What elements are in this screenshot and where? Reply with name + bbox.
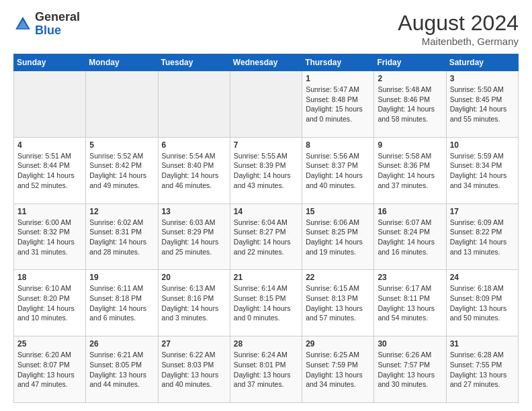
calendar-cell: 27Sunrise: 6:22 AM Sunset: 8:03 PM Dayli… <box>158 336 230 403</box>
calendar-header: SundayMondayTuesdayWednesdayThursdayFrid… <box>14 54 519 71</box>
day-number: 16 <box>378 207 442 216</box>
calendar-cell: 19Sunrise: 6:11 AM Sunset: 8:18 PM Dayli… <box>86 270 158 336</box>
day-info: Sunrise: 5:54 AM Sunset: 8:40 PM Dayligh… <box>162 151 226 191</box>
weekday-header-tuesday: Tuesday <box>158 54 230 71</box>
day-number: 25 <box>17 339 82 349</box>
day-number: 23 <box>378 273 442 282</box>
calendar-cell: 8Sunrise: 5:56 AM Sunset: 8:37 PM Daylig… <box>302 137 374 203</box>
calendar-week-5: 25Sunrise: 6:20 AM Sunset: 8:07 PM Dayli… <box>14 336 519 403</box>
page: General Blue August 2024 Maitenbeth, Ger… <box>0 0 532 411</box>
day-number: 30 <box>378 339 442 349</box>
day-number: 2 <box>378 74 442 83</box>
day-number: 5 <box>89 140 154 150</box>
day-number: 28 <box>234 339 298 349</box>
calendar-cell: 24Sunrise: 6:18 AM Sunset: 8:09 PM Dayli… <box>446 270 518 336</box>
day-number: 31 <box>450 339 515 349</box>
day-number: 4 <box>17 140 82 150</box>
weekday-header-wednesday: Wednesday <box>230 54 302 71</box>
day-number: 24 <box>450 273 515 282</box>
calendar-cell: 17Sunrise: 6:09 AM Sunset: 8:22 PM Dayli… <box>446 203 518 270</box>
day-info: Sunrise: 6:09 AM Sunset: 8:22 PM Dayligh… <box>450 218 515 257</box>
calendar-week-3: 11Sunrise: 6:00 AM Sunset: 8:32 PM Dayli… <box>14 203 519 270</box>
calendar-cell: 9Sunrise: 5:58 AM Sunset: 8:36 PM Daylig… <box>374 137 446 203</box>
calendar-cell: 6Sunrise: 5:54 AM Sunset: 8:40 PM Daylig… <box>158 137 230 203</box>
header: General Blue August 2024 Maitenbeth, Ger… <box>13 11 519 47</box>
calendar-cell: 2Sunrise: 5:48 AM Sunset: 8:46 PM Daylig… <box>374 71 446 138</box>
day-info: Sunrise: 6:21 AM Sunset: 8:05 PM Dayligh… <box>89 350 154 390</box>
day-info: Sunrise: 6:00 AM Sunset: 8:32 PM Dayligh… <box>17 218 82 257</box>
calendar-cell: 29Sunrise: 6:25 AM Sunset: 7:59 PM Dayli… <box>302 336 374 403</box>
day-info: Sunrise: 6:14 AM Sunset: 8:15 PM Dayligh… <box>234 283 298 323</box>
weekday-header-monday: Monday <box>86 54 158 71</box>
day-number: 6 <box>162 140 226 150</box>
day-info: Sunrise: 6:04 AM Sunset: 8:27 PM Dayligh… <box>234 218 298 257</box>
day-info: Sunrise: 6:10 AM Sunset: 8:20 PM Dayligh… <box>17 283 82 323</box>
day-number: 22 <box>306 273 370 282</box>
day-info: Sunrise: 5:51 AM Sunset: 8:44 PM Dayligh… <box>17 151 82 191</box>
day-info: Sunrise: 6:24 AM Sunset: 8:01 PM Dayligh… <box>234 350 298 390</box>
day-info: Sunrise: 6:26 AM Sunset: 7:57 PM Dayligh… <box>378 350 442 390</box>
day-number: 7 <box>234 140 298 150</box>
day-info: Sunrise: 6:11 AM Sunset: 8:18 PM Dayligh… <box>89 283 154 323</box>
calendar-cell: 20Sunrise: 6:13 AM Sunset: 8:16 PM Dayli… <box>158 270 230 336</box>
day-info: Sunrise: 6:20 AM Sunset: 8:07 PM Dayligh… <box>17 350 82 390</box>
day-info: Sunrise: 6:18 AM Sunset: 8:09 PM Dayligh… <box>450 283 515 323</box>
calendar-table: SundayMondayTuesdayWednesdayThursdayFrid… <box>13 54 519 403</box>
logo-icon <box>13 15 32 34</box>
calendar-cell: 4Sunrise: 5:51 AM Sunset: 8:44 PM Daylig… <box>14 137 86 203</box>
day-info: Sunrise: 5:47 AM Sunset: 8:48 PM Dayligh… <box>306 85 370 124</box>
day-info: Sunrise: 5:48 AM Sunset: 8:46 PM Dayligh… <box>378 85 442 124</box>
calendar-cell: 21Sunrise: 6:14 AM Sunset: 8:15 PM Dayli… <box>230 270 302 336</box>
day-info: Sunrise: 6:15 AM Sunset: 8:13 PM Dayligh… <box>306 283 370 323</box>
weekday-header-sunday: Sunday <box>14 54 86 71</box>
calendar-week-1: 1Sunrise: 5:47 AM Sunset: 8:48 PM Daylig… <box>14 71 519 138</box>
day-info: Sunrise: 5:59 AM Sunset: 8:34 PM Dayligh… <box>450 151 515 191</box>
logo-text: General Blue <box>35 11 80 38</box>
day-number: 3 <box>450 74 515 83</box>
day-number: 26 <box>89 339 154 349</box>
calendar-cell: 15Sunrise: 6:06 AM Sunset: 8:25 PM Dayli… <box>302 203 374 270</box>
month-year: August 2024 <box>398 11 519 36</box>
day-info: Sunrise: 6:06 AM Sunset: 8:25 PM Dayligh… <box>306 218 370 257</box>
day-info: Sunrise: 5:56 AM Sunset: 8:37 PM Dayligh… <box>306 151 370 191</box>
day-number: 12 <box>89 207 154 216</box>
weekday-header-saturday: Saturday <box>446 54 518 71</box>
calendar-cell: 22Sunrise: 6:15 AM Sunset: 8:13 PM Dayli… <box>302 270 374 336</box>
logo-general: General <box>35 10 80 24</box>
title-block: August 2024 Maitenbeth, Germany <box>398 11 519 47</box>
logo: General Blue <box>13 11 80 38</box>
day-info: Sunrise: 5:50 AM Sunset: 8:45 PM Dayligh… <box>450 85 515 124</box>
day-info: Sunrise: 6:28 AM Sunset: 7:55 PM Dayligh… <box>450 350 515 390</box>
day-number: 29 <box>306 339 370 349</box>
calendar-cell: 10Sunrise: 5:59 AM Sunset: 8:34 PM Dayli… <box>446 137 518 203</box>
calendar-cell: 11Sunrise: 6:00 AM Sunset: 8:32 PM Dayli… <box>14 203 86 270</box>
day-number: 17 <box>450 207 515 216</box>
calendar-cell: 18Sunrise: 6:10 AM Sunset: 8:20 PM Dayli… <box>14 270 86 336</box>
day-number: 8 <box>306 140 370 150</box>
day-number: 11 <box>17 207 82 216</box>
calendar-cell: 28Sunrise: 6:24 AM Sunset: 8:01 PM Dayli… <box>230 336 302 403</box>
calendar-cell: 13Sunrise: 6:03 AM Sunset: 8:29 PM Dayli… <box>158 203 230 270</box>
calendar-cell <box>230 71 302 138</box>
location: Maitenbeth, Germany <box>398 36 519 47</box>
calendar-cell <box>14 71 86 138</box>
day-number: 9 <box>378 140 442 150</box>
calendar-cell: 26Sunrise: 6:21 AM Sunset: 8:05 PM Dayli… <box>86 336 158 403</box>
calendar-cell: 14Sunrise: 6:04 AM Sunset: 8:27 PM Dayli… <box>230 203 302 270</box>
day-info: Sunrise: 5:55 AM Sunset: 8:39 PM Dayligh… <box>234 151 298 191</box>
weekday-row: SundayMondayTuesdayWednesdayThursdayFrid… <box>14 54 519 71</box>
day-number: 13 <box>162 207 226 216</box>
day-info: Sunrise: 6:22 AM Sunset: 8:03 PM Dayligh… <box>162 350 226 390</box>
logo-blue: Blue <box>35 24 61 37</box>
calendar-cell: 30Sunrise: 6:26 AM Sunset: 7:57 PM Dayli… <box>374 336 446 403</box>
weekday-header-friday: Friday <box>374 54 446 71</box>
calendar-body: 1Sunrise: 5:47 AM Sunset: 8:48 PM Daylig… <box>14 71 519 403</box>
day-info: Sunrise: 6:02 AM Sunset: 8:31 PM Dayligh… <box>89 218 154 257</box>
calendar-cell: 3Sunrise: 5:50 AM Sunset: 8:45 PM Daylig… <box>446 71 518 138</box>
day-number: 14 <box>234 207 298 216</box>
weekday-header-thursday: Thursday <box>302 54 374 71</box>
day-info: Sunrise: 6:13 AM Sunset: 8:16 PM Dayligh… <box>162 283 226 323</box>
day-info: Sunrise: 6:25 AM Sunset: 7:59 PM Dayligh… <box>306 350 370 390</box>
calendar-cell: 12Sunrise: 6:02 AM Sunset: 8:31 PM Dayli… <box>86 203 158 270</box>
calendar-cell <box>86 71 158 138</box>
